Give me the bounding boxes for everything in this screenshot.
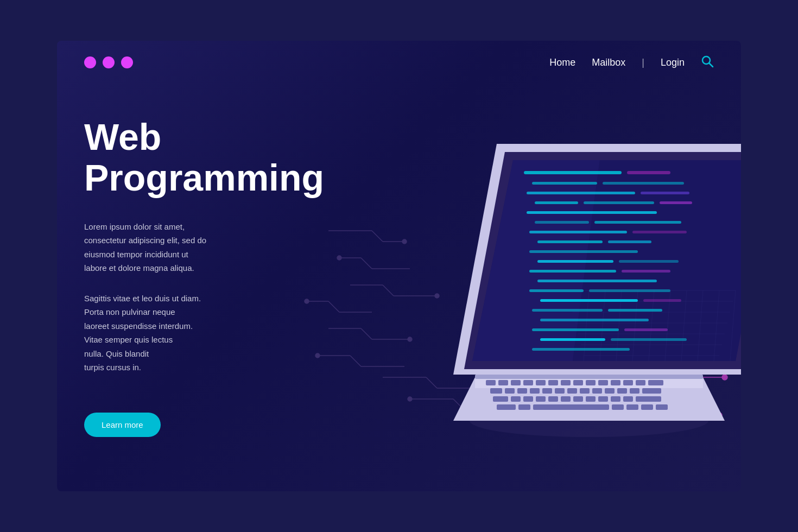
svg-rect-92 bbox=[518, 404, 530, 410]
svg-rect-104 bbox=[524, 171, 622, 174]
svg-rect-110 bbox=[535, 201, 578, 204]
svg-rect-116 bbox=[529, 231, 627, 233]
nav-mailbox[interactable]: Mailbox bbox=[592, 57, 625, 68]
svg-rect-133 bbox=[532, 328, 619, 331]
svg-rect-105 bbox=[627, 171, 670, 174]
svg-rect-117 bbox=[632, 231, 687, 233]
svg-rect-65 bbox=[648, 380, 663, 385]
svg-rect-63 bbox=[623, 380, 633, 385]
svg-rect-106 bbox=[532, 182, 597, 185]
svg-rect-62 bbox=[611, 380, 620, 385]
svg-rect-86 bbox=[586, 396, 596, 402]
svg-rect-67 bbox=[505, 388, 515, 394]
svg-rect-115 bbox=[594, 221, 681, 224]
main-content: Web Programming Lorem ipsum dolor sit am… bbox=[84, 84, 356, 437]
svg-rect-113 bbox=[527, 211, 657, 214]
svg-rect-121 bbox=[537, 260, 613, 263]
svg-rect-90 bbox=[636, 396, 661, 402]
svg-rect-76 bbox=[617, 388, 627, 394]
svg-rect-60 bbox=[586, 380, 596, 385]
description-paragraph-1: Lorem ipsum dolor sit amet, consectetur … bbox=[84, 220, 356, 275]
svg-rect-85 bbox=[573, 396, 583, 402]
search-icon[interactable] bbox=[701, 55, 714, 70]
paragraph-2-text: Sagittis vitae et leo duis ut diam. Port… bbox=[84, 292, 356, 375]
svg-rect-89 bbox=[623, 396, 633, 402]
svg-rect-80 bbox=[511, 396, 521, 402]
main-card: Home Mailbox | Login Web Programming Lor… bbox=[57, 41, 741, 491]
svg-rect-107 bbox=[603, 182, 684, 185]
svg-rect-98 bbox=[475, 375, 703, 379]
svg-rect-57 bbox=[548, 380, 558, 385]
dot-3 bbox=[121, 56, 133, 68]
svg-rect-95 bbox=[626, 404, 638, 410]
svg-rect-96 bbox=[641, 404, 653, 410]
svg-rect-130 bbox=[532, 309, 603, 312]
svg-rect-74 bbox=[592, 388, 602, 394]
dot-1 bbox=[84, 56, 96, 68]
svg-rect-94 bbox=[612, 404, 624, 410]
svg-rect-69 bbox=[530, 388, 540, 394]
svg-rect-114 bbox=[535, 221, 589, 224]
svg-rect-82 bbox=[536, 396, 546, 402]
svg-rect-55 bbox=[523, 380, 533, 385]
svg-rect-131 bbox=[608, 309, 662, 312]
svg-rect-123 bbox=[529, 270, 616, 273]
svg-rect-108 bbox=[527, 192, 635, 194]
svg-rect-72 bbox=[567, 388, 577, 394]
svg-rect-66 bbox=[490, 388, 502, 394]
svg-rect-97 bbox=[656, 404, 668, 410]
nav-separator: | bbox=[642, 57, 644, 68]
svg-rect-73 bbox=[580, 388, 590, 394]
svg-rect-68 bbox=[517, 388, 527, 394]
header: Home Mailbox | Login bbox=[57, 41, 741, 84]
nav-home[interactable]: Home bbox=[549, 57, 575, 68]
svg-rect-132 bbox=[540, 319, 649, 321]
svg-rect-78 bbox=[642, 388, 661, 394]
svg-rect-134 bbox=[624, 328, 668, 331]
svg-rect-83 bbox=[548, 396, 558, 402]
svg-rect-87 bbox=[598, 396, 608, 402]
dot-2 bbox=[103, 56, 115, 68]
svg-rect-58 bbox=[561, 380, 571, 385]
svg-rect-52 bbox=[486, 380, 496, 385]
svg-rect-70 bbox=[542, 388, 552, 394]
svg-rect-53 bbox=[498, 380, 508, 385]
svg-rect-59 bbox=[573, 380, 583, 385]
nav-login[interactable]: Login bbox=[661, 57, 685, 68]
svg-rect-81 bbox=[523, 396, 533, 402]
svg-rect-137 bbox=[532, 348, 630, 351]
svg-rect-122 bbox=[619, 260, 679, 263]
svg-rect-61 bbox=[598, 380, 608, 385]
svg-rect-77 bbox=[630, 388, 639, 394]
svg-rect-109 bbox=[641, 192, 689, 194]
svg-rect-127 bbox=[589, 289, 670, 292]
svg-rect-120 bbox=[529, 250, 638, 253]
svg-rect-91 bbox=[497, 404, 516, 410]
svg-rect-136 bbox=[611, 338, 687, 341]
svg-rect-119 bbox=[608, 240, 651, 243]
svg-rect-56 bbox=[536, 380, 546, 385]
window-dots bbox=[84, 56, 133, 68]
svg-rect-125 bbox=[537, 280, 657, 282]
svg-rect-75 bbox=[605, 388, 615, 394]
hero-title: Web Programming bbox=[84, 117, 356, 198]
svg-rect-118 bbox=[537, 240, 603, 243]
svg-rect-111 bbox=[584, 201, 654, 204]
svg-rect-79 bbox=[493, 396, 508, 402]
description-paragraph-2: Sagittis vitae et leo duis ut diam. Port… bbox=[84, 292, 356, 375]
svg-rect-71 bbox=[555, 388, 565, 394]
svg-rect-135 bbox=[540, 338, 605, 341]
learn-more-button[interactable]: Learn more bbox=[84, 413, 161, 437]
svg-rect-64 bbox=[636, 380, 645, 385]
laptop-illustration bbox=[356, 73, 741, 464]
svg-rect-126 bbox=[529, 289, 584, 292]
svg-rect-84 bbox=[561, 396, 571, 402]
svg-rect-124 bbox=[622, 270, 670, 273]
navigation: Home Mailbox | Login bbox=[549, 55, 714, 70]
svg-line-48 bbox=[710, 64, 713, 67]
svg-rect-112 bbox=[660, 201, 692, 204]
paragraph-1-text: Lorem ipsum dolor sit amet, consectetur … bbox=[84, 220, 356, 275]
svg-rect-88 bbox=[611, 396, 620, 402]
svg-rect-93 bbox=[533, 404, 609, 410]
svg-rect-54 bbox=[511, 380, 521, 385]
